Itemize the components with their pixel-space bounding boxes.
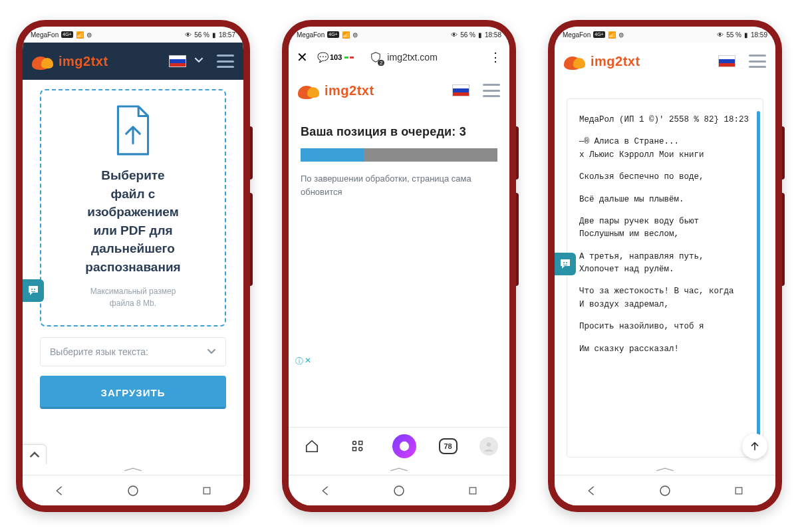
menu-button[interactable] — [483, 84, 500, 97]
svg-point-1 — [34, 289, 35, 290]
upload-area: Выберите файл с изображением или PDF для… — [23, 80, 243, 464]
chevron-down-icon — [207, 346, 216, 358]
file-upload-icon — [112, 105, 154, 157]
svg-point-4 — [353, 441, 356, 444]
flag-ru-icon[interactable] — [718, 55, 735, 67]
queue-note: По завершении обработки, страница сама о… — [301, 172, 497, 198]
net-badge: 4G+ — [593, 31, 604, 38]
battery-pct: 56 % — [460, 31, 475, 39]
expand-handle[interactable] — [555, 464, 775, 475]
carrier-label: MegaFon — [563, 31, 591, 39]
scroll-top-button[interactable] — [742, 434, 767, 459]
system-nav — [23, 475, 243, 505]
language-select[interactable]: Выберите язык текста: — [40, 337, 226, 366]
chat-widget-tab[interactable] — [555, 253, 576, 275]
svg-point-7 — [359, 447, 362, 450]
battery-icon: ▮ — [478, 31, 482, 39]
svg-rect-5 — [359, 441, 362, 444]
result-area: МедаРол (ИП 1 ©)' 2558 % 82} 18:23 —® Ал… — [555, 80, 775, 464]
ocr-result-text[interactable]: МедаРол (ИП 1 ©)' 2558 % 82} 18:23 —® Ал… — [567, 98, 763, 458]
ad-close-icon[interactable]: ⓘ✕ — [295, 356, 311, 367]
browser-home-icon[interactable] — [300, 434, 324, 458]
browser-alice-icon[interactable] — [392, 434, 416, 458]
logo[interactable]: img2txt — [298, 82, 374, 99]
upload-card[interactable]: Выберите файл с изображением или PDF для… — [40, 89, 226, 327]
battery-icon: ▮ — [744, 31, 748, 39]
logo-icon — [298, 82, 321, 99]
signal-icon: 📶 — [342, 31, 350, 39]
clock: 18:59 — [751, 31, 767, 39]
app-header: img2txt — [289, 72, 509, 109]
hotspot-icon: ⊚ — [86, 31, 92, 39]
carrier-label: MegaFon — [31, 31, 59, 39]
more-icon[interactable]: ⋮ — [489, 50, 501, 65]
recent-button[interactable] — [465, 483, 481, 499]
back-button[interactable] — [583, 483, 599, 499]
eye-icon: 👁 — [185, 31, 192, 39]
expand-handle[interactable] — [23, 464, 243, 475]
logo-icon — [32, 53, 55, 70]
profile-avatar[interactable] — [479, 437, 498, 456]
address-bar[interactable]: 2 img2txt.com — [363, 47, 480, 67]
recent-button[interactable] — [199, 483, 215, 499]
svg-rect-15 — [735, 487, 742, 494]
svg-point-10 — [394, 486, 404, 495]
logo[interactable]: img2txt — [564, 53, 640, 70]
chevron-down-icon[interactable] — [194, 55, 203, 67]
svg-point-14 — [660, 486, 670, 495]
upload-title: Выберите файл с изображением или PDF для… — [85, 166, 180, 276]
flag-ru-icon[interactable] — [452, 84, 469, 96]
home-button[interactable] — [391, 483, 407, 499]
browser-bottom-bar: 78 — [289, 427, 509, 464]
upload-note: Максимальный размер файла 8 Mb. — [90, 285, 176, 309]
signal-icon: 📶 — [608, 31, 616, 39]
net-badge: 4G+ — [61, 31, 72, 38]
hotspot-icon: ⊚ — [618, 31, 624, 39]
home-button[interactable] — [125, 483, 141, 499]
close-icon[interactable]: ✕ — [297, 49, 308, 65]
svg-rect-11 — [469, 487, 476, 494]
signal-icon: 📶 — [76, 31, 84, 39]
browser-toolbar: ✕ 💬 103 2 img2txt.com ⋮ — [289, 43, 509, 72]
logo-text: img2txt — [59, 54, 108, 69]
system-nav — [555, 475, 775, 505]
app-header: img2txt — [555, 43, 775, 80]
chat-widget-tab[interactable] — [23, 279, 44, 302]
svg-rect-6 — [353, 447, 356, 450]
svg-point-0 — [31, 289, 33, 290]
eye-icon: 👁 — [717, 31, 724, 39]
battery-pct: 56 % — [194, 31, 209, 39]
progress-fill — [301, 148, 364, 162]
battery-icon: ▮ — [212, 31, 216, 39]
address-text: img2txt.com — [387, 52, 437, 63]
flag-ru-icon[interactable] — [169, 55, 186, 67]
queue-title: Ваша позиция в очереди: 3 — [301, 125, 497, 139]
svg-point-2 — [128, 486, 138, 495]
svg-point-9 — [487, 442, 491, 446]
progress-bar — [301, 148, 497, 162]
upload-button[interactable]: ЗАГРУЗИТЬ — [40, 376, 226, 409]
back-button[interactable] — [317, 483, 333, 499]
tab-count[interactable]: 78 — [439, 438, 458, 454]
home-button[interactable] — [657, 483, 673, 499]
scrollbar[interactable] — [757, 111, 760, 445]
messages-button[interactable]: 💬 103 — [317, 52, 342, 63]
logo-icon — [564, 53, 587, 70]
carrier-label: MegaFon — [297, 31, 325, 39]
menu-button[interactable] — [749, 55, 766, 68]
expand-up-button[interactable] — [23, 444, 47, 464]
status-bar: MegaFon 4G+ 📶 ⊚ 👁 56 % ▮ 18:58 — [289, 27, 509, 43]
expand-handle[interactable] — [289, 464, 509, 475]
menu-button[interactable] — [217, 55, 234, 68]
browser-services-icon[interactable] — [346, 434, 370, 458]
battery-pct: 55 % — [726, 31, 741, 39]
svg-rect-3 — [203, 487, 210, 494]
hotspot-icon: ⊚ — [352, 31, 358, 39]
svg-point-8 — [400, 441, 409, 450]
back-button[interactable] — [51, 483, 67, 499]
net-badge: 4G+ — [327, 31, 338, 38]
status-bar: MegaFon 4G+ 📶 ⊚ 👁 56 % ▮ 18:57 — [23, 27, 243, 43]
recent-button[interactable] — [731, 483, 747, 499]
svg-point-13 — [566, 262, 567, 263]
logo[interactable]: img2txt — [32, 53, 108, 70]
